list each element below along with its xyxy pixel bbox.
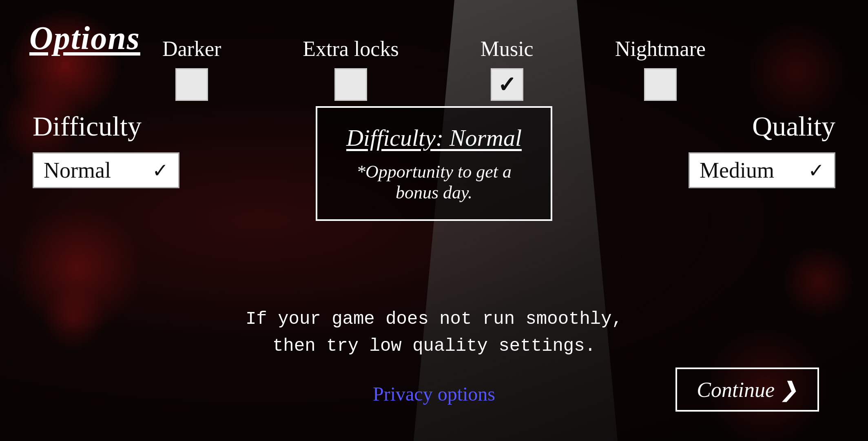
darker-checkbox[interactable] [175, 68, 208, 101]
desc-subtitle: *Opportunity to get a bonus day. [356, 162, 512, 203]
difficulty-dropdown[interactable]: Normal ✓ [33, 152, 179, 188]
quality-panel: Quality Medium ✓ [689, 110, 835, 188]
extra-locks-checkbox[interactable] [334, 68, 367, 101]
checkbox-group-darker: Darker [162, 37, 221, 101]
difficulty-panel: Difficulty Normal ✓ [33, 110, 179, 188]
darker-label: Darker [162, 37, 221, 61]
difficulty-checkmark: ✓ [152, 159, 168, 182]
checkboxes-row: Darker Extra locks Music Nightmare [0, 37, 868, 101]
continue-label: Continue [697, 378, 798, 401]
quality-hint-line2: then try low quality settings. [272, 336, 596, 356]
difficulty-selected: Normal [44, 158, 111, 183]
extra-locks-label: Extra locks [303, 37, 399, 61]
quality-checkmark: ✓ [808, 159, 824, 182]
quality-hint-line1: If your game does not run smoothly, [246, 309, 622, 329]
quality-title: Quality [752, 110, 835, 143]
music-label: Music [480, 37, 534, 61]
quality-hint: If your game does not run smoothly, then… [0, 305, 868, 359]
continue-button[interactable]: Continue [675, 368, 819, 412]
difficulty-title: Difficulty [33, 110, 142, 143]
quality-selected: Medium [700, 158, 774, 183]
nightmare-label: Nightmare [615, 37, 706, 61]
description-box: Difficulty: Normal *Opportunity to get a… [316, 106, 552, 221]
bottom-section: If your game does not run smoothly, then… [0, 305, 868, 359]
privacy-options-link[interactable]: Privacy options [373, 383, 495, 405]
checkbox-group-music: Music [480, 37, 534, 101]
middle-section: Difficulty Normal ✓ Difficulty: Normal *… [0, 106, 868, 221]
checkbox-group-nightmare: Nightmare [615, 37, 706, 101]
desc-title: Difficulty: Normal [337, 124, 531, 151]
checkbox-group-extra-locks: Extra locks [303, 37, 399, 101]
music-checkbox[interactable] [491, 68, 523, 101]
nightmare-checkbox[interactable] [644, 68, 677, 101]
content-layer: Options Darker Extra locks Music Nightma… [0, 0, 868, 441]
quality-dropdown[interactable]: Medium ✓ [689, 152, 835, 188]
